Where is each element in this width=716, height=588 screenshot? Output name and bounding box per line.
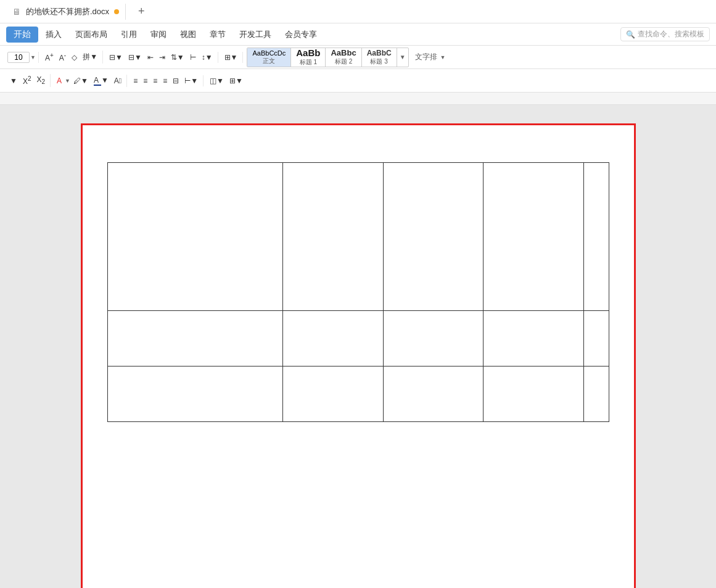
style-h2-label: 标题 2 bbox=[335, 57, 352, 66]
table-cell[interactable] bbox=[283, 163, 384, 311]
table-cell[interactable] bbox=[583, 163, 609, 311]
font-size-down-button[interactable]: A- bbox=[57, 51, 68, 64]
numbered-list-button[interactable]: ⊟▼ bbox=[126, 52, 144, 63]
table-cell[interactable] bbox=[383, 163, 484, 311]
table-row bbox=[107, 366, 609, 422]
table-cell[interactable] bbox=[583, 366, 609, 422]
table-cell[interactable] bbox=[383, 366, 484, 422]
style-h3-label: 标题 3 bbox=[370, 57, 387, 66]
toolbar-row2: ▼ X2 X2 A ▼ 🖊▼ A▼ A⃞ ≡ ≡ ≡ ≡ ⊟ ⊢▼ ◫▼ ⊞▼ bbox=[0, 69, 716, 93]
table-cell[interactable] bbox=[107, 163, 283, 311]
highlight-button[interactable]: 🖊▼ bbox=[71, 75, 91, 86]
style-h1[interactable]: AaBb 标题 1 bbox=[291, 48, 326, 67]
text-format-label: 文字排 bbox=[413, 51, 440, 64]
increase-indent-button[interactable]: ⇥ bbox=[157, 52, 168, 63]
font-color-button[interactable]: A bbox=[54, 75, 64, 86]
list-section: ⊟▼ ⊟▼ ⇤ ⇥ ⇅▼ ⊢ ↕▼ bbox=[104, 52, 218, 63]
style-normal-label: 正文 bbox=[263, 57, 275, 65]
unsaved-dot bbox=[114, 9, 119, 14]
table-cell[interactable] bbox=[283, 366, 384, 422]
style-normal[interactable]: AaBbCcDc 正文 bbox=[247, 48, 291, 67]
start-menu-button[interactable]: 开始 bbox=[6, 27, 38, 43]
text-format-dropdown[interactable]: ▼ bbox=[440, 54, 446, 60]
style-h3-preview: AaBbC bbox=[367, 49, 392, 57]
table-cell[interactable] bbox=[383, 311, 484, 366]
align-justify-button[interactable]: ≡ bbox=[160, 75, 170, 86]
superscript-button[interactable]: X2 bbox=[20, 74, 34, 87]
table-cell[interactable] bbox=[484, 366, 584, 422]
style-dropdown[interactable]: ▼ bbox=[397, 48, 408, 67]
text-format-label-section: 文字排 ▼ bbox=[410, 51, 448, 64]
align-right-button[interactable]: ≡ bbox=[150, 75, 160, 86]
style-h1-preview: AaBb bbox=[296, 48, 320, 58]
menu-section[interactable]: 章节 bbox=[204, 27, 232, 43]
table-cell[interactable] bbox=[484, 311, 584, 366]
document-page[interactable] bbox=[81, 123, 636, 588]
sort-button[interactable]: ⇅▼ bbox=[168, 52, 187, 63]
menu-bar: 开始 插入 页面布局 引用 审阅 视图 章节 开发工具 会员专享 🔍 查找命令、… bbox=[0, 23, 716, 46]
font-size-input[interactable]: 10 bbox=[7, 52, 30, 63]
shading-button[interactable]: ◫▼ bbox=[207, 75, 226, 86]
clear-format-button[interactable]: ◇ bbox=[69, 52, 80, 63]
menu-review[interactable]: 审阅 bbox=[144, 27, 173, 43]
underline-a-button[interactable]: A▼ bbox=[91, 75, 111, 87]
toolbar-row1: 10 ▼ A+ A- ◇ 拼▼ ⊟▼ ⊟▼ ⇤ ⇥ ⇅▼ ⊢ ↕▼ ⊞▼ AaB… bbox=[0, 46, 716, 69]
file-name: 的地铁还不算拥挤.docx bbox=[26, 6, 109, 17]
shading-section: ◫▼ ⊞▼ bbox=[205, 75, 248, 86]
font-size-dropdown[interactable]: ▼ bbox=[30, 54, 36, 60]
indent-button[interactable]: ⊢▼ bbox=[182, 75, 200, 86]
menu-references[interactable]: 引用 bbox=[115, 27, 143, 43]
document-table[interactable] bbox=[107, 162, 609, 422]
text-box-button[interactable]: A⃞ bbox=[112, 75, 124, 86]
font-adjust-section: A+ A- ◇ 拼▼ bbox=[40, 51, 103, 64]
ruler bbox=[0, 93, 716, 105]
style-normal-preview: AaBbCcDc bbox=[252, 49, 286, 57]
style-h3[interactable]: AaBbC 标题 3 bbox=[362, 48, 397, 67]
document-area bbox=[0, 105, 716, 588]
table-cell[interactable] bbox=[283, 311, 384, 366]
menu-vip[interactable]: 会员专享 bbox=[279, 27, 323, 43]
title-monitor-icon: 🖥 bbox=[12, 7, 21, 17]
table-row bbox=[107, 163, 609, 311]
grid2-button[interactable]: ⊞▼ bbox=[227, 75, 245, 86]
table-cell[interactable] bbox=[107, 311, 283, 366]
subscript-button[interactable]: X2 bbox=[34, 74, 47, 86]
menu-view[interactable]: 视图 bbox=[174, 27, 202, 43]
search-box[interactable]: 🔍 查找命令、搜索模板 bbox=[620, 27, 710, 41]
script-section: ▼ X2 X2 bbox=[5, 74, 51, 87]
align-center-button[interactable]: ≡ bbox=[141, 75, 150, 86]
align-left-button[interactable]: ≡ bbox=[131, 75, 140, 86]
search-placeholder: 查找命令、搜索模板 bbox=[638, 29, 704, 39]
title-tab[interactable]: 🖥 的地铁还不算拥挤.docx bbox=[6, 4, 126, 20]
pinyin-button[interactable]: 拼▼ bbox=[80, 51, 100, 64]
bullet-list-button[interactable]: ⊟▼ bbox=[107, 52, 125, 63]
align-section: ≡ ≡ ≡ ≡ ⊟ ⊢▼ bbox=[128, 75, 204, 86]
menu-developer[interactable]: 开发工具 bbox=[233, 27, 278, 43]
table-border-button[interactable]: ⊞▼ bbox=[222, 52, 241, 63]
style-h2-preview: AaBbc bbox=[331, 48, 356, 57]
table-cell[interactable] bbox=[583, 311, 609, 366]
style-h1-label: 标题 1 bbox=[300, 58, 317, 67]
decrease-indent-button[interactable]: ⇤ bbox=[145, 52, 156, 63]
font-color-section: A ▼ 🖊▼ A▼ A⃞ bbox=[52, 75, 127, 87]
title-bar: 🖥 的地铁还不算拥挤.docx + bbox=[0, 0, 716, 23]
table-cell[interactable] bbox=[107, 366, 283, 422]
table-row bbox=[107, 311, 609, 366]
table-cell[interactable] bbox=[484, 163, 584, 311]
line-spacing-button[interactable]: ↕▼ bbox=[199, 52, 215, 63]
new-tab-button[interactable]: + bbox=[133, 5, 150, 18]
font-size-section: 10 ▼ bbox=[5, 52, 39, 63]
columns-button[interactable]: ⊟ bbox=[170, 75, 181, 86]
style-h2[interactable]: AaBbc 标题 2 bbox=[326, 48, 361, 67]
style-more-icon: ▼ bbox=[400, 54, 406, 60]
font-dropdown-arrow[interactable]: ▼ bbox=[7, 75, 20, 86]
text-direction-button[interactable]: ⊢ bbox=[187, 52, 199, 63]
font-color-dropdown[interactable]: ▼ bbox=[65, 78, 70, 84]
table-border-section: ⊞▼ bbox=[220, 52, 244, 63]
font-size-up-button[interactable]: A+ bbox=[43, 51, 56, 64]
menu-page-layout[interactable]: 页面布局 bbox=[69, 27, 113, 43]
menu-insert[interactable]: 插入 bbox=[39, 27, 68, 43]
search-icon: 🔍 bbox=[626, 30, 635, 39]
